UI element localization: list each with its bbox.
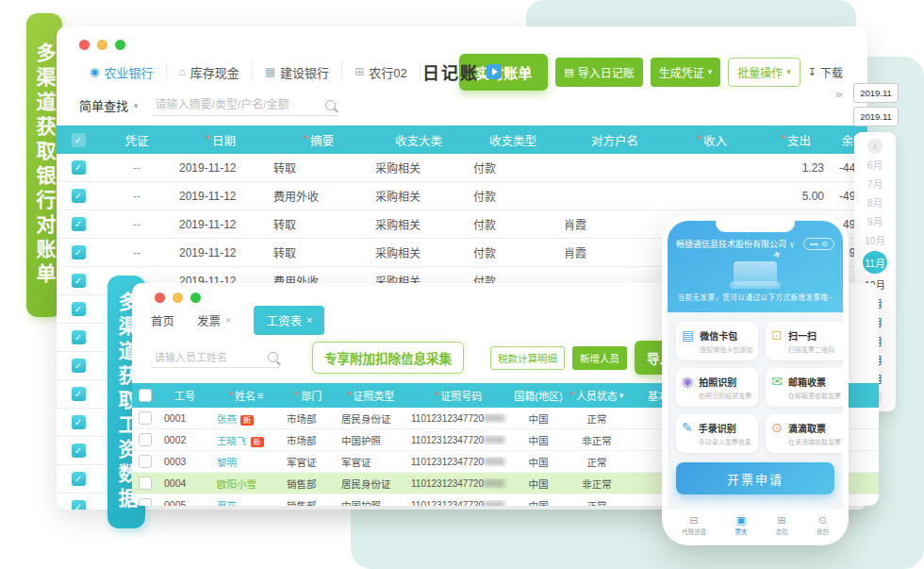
special-deduction-button[interactable]: 专享附加扣除信息采集 — [312, 342, 464, 374]
close-tab-icon[interactable]: × — [225, 314, 231, 326]
phone-tab[interactable]: ▣ 票夹 — [734, 514, 747, 536]
close-window-icon[interactable] — [155, 293, 165, 303]
chevron-down-icon[interactable]: ▾ — [619, 391, 624, 400]
cell-nationality: 中国 — [511, 433, 566, 447]
minimize-window-icon[interactable] — [97, 40, 107, 50]
workspace-tab[interactable]: 工资表 × — [254, 306, 324, 335]
row-checkbox[interactable] — [72, 359, 86, 373]
bank-account-tab[interactable]: ▦ 建设银行 — [253, 62, 342, 81]
workspace-tab[interactable]: 发票 × — [197, 311, 231, 329]
row-checkbox[interactable] — [72, 443, 86, 458]
phone-tab[interactable]: ⊟ 代账进度 — [682, 514, 706, 536]
sort-icon[interactable]: ≡ — [257, 390, 263, 401]
invoice-action-card[interactable]: ▤ 微信卡包 授权微信卡包添加 — [676, 322, 758, 360]
col-status[interactable]: *人员状态▾ — [566, 388, 628, 403]
col-cert-number[interactable]: *证照号码 — [405, 388, 511, 403]
col-department[interactable]: *部门 — [281, 388, 336, 403]
row-checkbox[interactable] — [72, 472, 86, 486]
bank-account-tab[interactable]: ⌂ 库存现金 — [167, 62, 253, 81]
cell-employee-id: 0004 — [158, 477, 211, 489]
row-checkbox[interactable] — [72, 330, 86, 344]
select-all-checkbox[interactable] — [139, 389, 152, 402]
col-name[interactable]: *姓名≡ — [211, 388, 281, 403]
row-checkbox[interactable] — [72, 217, 86, 231]
phone-mockup: 畅捷通信息技术股份有限公司 ∨ ••• ⊙ ✈ 当前无发票，您可以通过以下方式新… — [662, 215, 849, 545]
month-item[interactable]: 7月 — [863, 176, 887, 192]
invoice-action-card[interactable]: ⊙ 滴滴取票 在滴滴端收取发票 — [766, 414, 843, 453]
period-from-input[interactable]: 2019.11 — [853, 83, 899, 103]
col-counterparty[interactable]: 对方户名 — [558, 131, 671, 149]
scroll-up-icon[interactable]: ∧ — [867, 139, 883, 154]
employee-name-link[interactable]: 张燕 — [217, 413, 237, 425]
month-item[interactable]: 8月 — [863, 194, 887, 210]
col-expense[interactable]: *支出 — [752, 131, 839, 149]
import-journal-button[interactable]: ▤ 导入日记账 — [555, 58, 642, 87]
add-employee-button[interactable]: 新增人员 — [572, 346, 627, 370]
employee-name-link[interactable]: 夏花 — [217, 500, 237, 507]
search-icon[interactable] — [325, 100, 336, 110]
close-circle-icon[interactable]: ⊙ — [821, 240, 828, 248]
generate-voucher-button[interactable]: 生成凭证 ▾ — [651, 58, 721, 87]
workspace-tab[interactable]: 首页 — [151, 311, 174, 329]
col-cert-type[interactable]: *证照类型 — [336, 388, 405, 403]
row-checkbox[interactable] — [72, 160, 86, 175]
select-all-checkbox[interactable] — [72, 133, 86, 147]
invoice-apply-button[interactable]: 开票申请 — [676, 462, 834, 494]
col-category[interactable]: 收支大类 — [370, 131, 468, 149]
invoice-action-card[interactable]: ⊡ 扫一扫 扫描发票二维码 — [766, 322, 843, 360]
col-employee-id[interactable]: 工号 — [158, 388, 211, 403]
miniprogram-capsule[interactable]: ••• ⊙ — [803, 238, 834, 250]
row-checkbox[interactable] — [72, 245, 86, 259]
phone-tab[interactable]: ⊙ 我的 — [817, 514, 829, 536]
row-checkbox[interactable] — [139, 498, 152, 506]
row-checkbox[interactable] — [72, 387, 86, 401]
invoice-action-card[interactable]: ✉ 邮箱收票 在邮箱里收取发票 — [766, 368, 843, 407]
invoice-action-card[interactable]: ◉ 拍照识别 拍照识别纸质发票 — [676, 368, 758, 407]
row-checkbox[interactable] — [72, 189, 86, 203]
more-icon[interactable]: ••• — [810, 240, 817, 248]
collapse-panel-icon[interactable]: » — [835, 87, 842, 101]
month-item[interactable]: 11月 — [863, 251, 887, 274]
employee-name-link[interactable]: 王晓飞 — [217, 435, 247, 446]
row-checkbox[interactable] — [72, 274, 86, 288]
table-row[interactable]: -- 2019-11-12 转取 采购相关 付款 1.23 -44.13 — [57, 154, 867, 182]
video-help-icon[interactable] — [487, 64, 502, 79]
cell-voucher: -- — [100, 218, 173, 231]
col-date[interactable]: *日期 — [173, 131, 268, 149]
col-voucher[interactable]: 凭证 — [100, 131, 173, 149]
col-summary[interactable]: *摘要 — [268, 131, 370, 149]
table-row[interactable]: -- 2019-11-12 费用外收 采购相关 付款 5.00 -49.13 — [57, 182, 867, 210]
row-checkbox[interactable] — [139, 455, 152, 468]
row-checkbox[interactable] — [139, 411, 152, 425]
search-mode-select[interactable]: 简单查找 ▾ — [79, 96, 139, 114]
month-item[interactable]: 6月 — [863, 157, 887, 173]
row-checkbox[interactable] — [72, 415, 86, 429]
row-checkbox[interactable] — [139, 433, 152, 446]
month-item[interactable]: 9月 — [863, 213, 887, 229]
col-nationality[interactable]: 国籍(地区) — [511, 388, 566, 403]
journal-search-input[interactable] — [154, 97, 318, 112]
close-window-icon[interactable] — [79, 40, 90, 50]
download-button[interactable]: ↧ 下载 — [808, 64, 843, 80]
employee-name-link[interactable]: 黎明 — [217, 457, 237, 468]
col-income[interactable]: *收入 — [671, 131, 752, 149]
bank-account-tab[interactable]: ⊞ 农行02 — [342, 62, 421, 81]
minimize-window-icon[interactable] — [173, 293, 183, 303]
col-type[interactable]: 收支类型 — [468, 131, 558, 149]
maximize-window-icon[interactable] — [115, 40, 125, 50]
month-item[interactable]: 10月 — [863, 232, 887, 248]
employee-name-link[interactable]: 欧阳小雪 — [217, 478, 256, 490]
batch-operation-button[interactable]: 批量操作 ▾ — [728, 58, 800, 87]
phone-tab[interactable]: ⊞ 查验 — [776, 514, 788, 536]
row-checkbox[interactable] — [72, 302, 86, 316]
maximize-window-icon[interactable] — [190, 293, 201, 303]
tax-detail-button[interactable]: 税款计算明细 — [490, 346, 565, 370]
row-checkbox[interactable] — [139, 477, 152, 490]
row-checkbox[interactable] — [72, 500, 86, 510]
bank-account-tab[interactable]: ◉ 农业银行 — [77, 62, 167, 81]
period-to-input[interactable]: 2019.11 — [853, 107, 899, 126]
search-icon[interactable] — [268, 352, 278, 362]
close-tab-icon[interactable]: × — [306, 314, 312, 326]
employee-search-input[interactable] — [153, 351, 260, 364]
invoice-action-card[interactable]: ✎ 手录识别 手动录入发票信息 — [676, 414, 758, 453]
